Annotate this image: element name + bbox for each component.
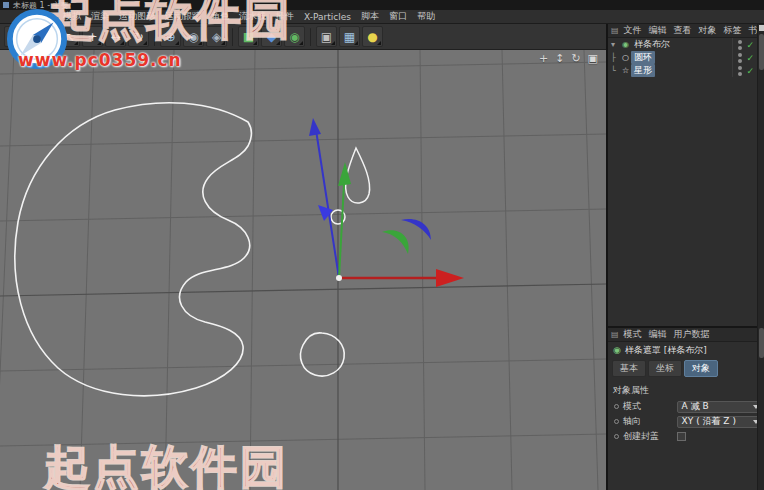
rotate-tool-icon[interactable]: ↻ [128,26,149,47]
tool-button[interactable] [310,28,311,46]
undo-icon[interactable]: ↶ [4,26,25,47]
animation-dot[interactable] [614,419,619,424]
property-row-mode: 模式 A 减 B [608,399,764,414]
section-object-properties[interactable]: 对象属性 [608,379,764,399]
menu-item[interactable]: 插件 [271,10,299,23]
create-caps-checkbox[interactable] [677,432,686,441]
object-type-icon: ☆ [620,66,631,75]
attribute-tab[interactable]: 基本 [612,360,646,377]
object-label[interactable]: 星形 [631,64,655,77]
object-type-icon: ○ [620,53,631,62]
object-label[interactable]: 样条布尔 [631,38,673,51]
light-icon[interactable]: ● [362,26,383,47]
menu-item[interactable]: 窗口 [384,10,412,23]
attribute-manager: ▤ 模式编辑用户数据 ◉ 样条遮罩 [样条布尔] 基本坐标对象 对象属性 模式 … [608,326,764,488]
tool-button[interactable] [154,28,155,46]
object-label[interactable]: 圆环 [631,51,655,64]
x-axis-arrow [436,269,464,287]
panel-grid-icon[interactable]: ▤ [611,26,619,35]
scroll-top-button[interactable] [759,25,764,31]
coordinate-system-icon[interactable]: ⊕ [160,26,181,47]
menu-item[interactable]: 查看 [671,24,695,37]
tree-expander[interactable]: ▾ [611,40,620,49]
menu-item[interactable]: 帮助 [412,10,440,23]
enable-check-icon[interactable]: ✓ [746,40,754,50]
render-settings-icon[interactable]: ◈ [206,26,227,47]
subdivision-surface-icon[interactable]: ◉ [284,26,305,47]
spline-blob[interactable] [15,103,252,396]
menu-item[interactable]: 标签 [721,24,745,37]
menu-bar: 模拟渲染运动图形运动跟踪角色流水线插件X-Particles脚本窗口帮助 [0,10,764,24]
axis-gizmo[interactable] [309,118,464,287]
camera-icon[interactable]: ▣ [316,26,337,47]
attribute-tab[interactable]: 坐标 [648,360,682,377]
scrollbar-thumb[interactable] [759,328,764,358]
panel-scrollbar[interactable] [757,24,764,490]
menu-item[interactable]: 用户数据 [671,328,713,341]
move-tool-icon[interactable]: + [82,26,103,47]
property-row-axis: 轴向 XY ( 沿着 Z ) [608,414,764,429]
menu-item[interactable]: 渲染 [86,10,114,23]
object-manager: ▤ 文件编辑查看对象标签书签 ▾ ◉ 样条布尔 [608,24,764,326]
tree-row-circle[interactable]: ├ ○ 圆环 ✓ [608,51,764,64]
window-title: 未标题 1 - 主要 [13,0,69,11]
scale-tool-icon[interactable]: ↔ [105,26,126,47]
axis-dropdown[interactable]: XY ( 沿着 Z ) [677,416,764,428]
menu-item[interactable]: 运动图形 [114,10,160,23]
animation-dot[interactable] [614,434,619,439]
menu-item[interactable]: 模拟 [58,10,86,23]
tree-expander[interactable]: └ [611,66,620,75]
editor-visibility-dot[interactable] [738,66,742,70]
menu-item[interactable]: 模式 [621,328,645,341]
redo-icon[interactable]: ↷ [27,26,48,47]
viewport-canvas[interactable] [0,50,606,490]
live-selection-icon[interactable]: ↖ [59,26,80,47]
render-visibility-dot[interactable] [738,72,742,76]
tree-row-spline-mask[interactable]: ▾ ◉ 样条布尔 ✓ [608,38,764,51]
object-type-icon: ◉ [620,40,631,49]
object-tree: ▾ ◉ 样条布尔 ✓ ├ [608,38,764,77]
menu-item[interactable]: 流水线 [234,10,271,23]
scrollbar-thumb[interactable] [759,34,764,70]
menu-item[interactable]: 文件 [621,24,645,37]
render-view-icon[interactable]: ◉ [183,26,204,47]
editor-visibility-dot[interactable] [738,40,742,44]
menu-item[interactable]: 编辑 [646,328,670,341]
tool-button[interactable] [53,28,54,46]
menu-item[interactable]: 脚本 [356,10,384,23]
enable-check-icon[interactable]: ✓ [746,66,754,76]
display-mode-icon[interactable]: ▦ [339,26,360,47]
viewport[interactable]: +↕↻▣ [0,50,606,490]
attribute-title: 样条遮罩 [样条布尔] [625,344,707,357]
render-visibility-dot[interactable] [738,59,742,63]
tree-row-star[interactable]: └ ☆ 星形 ✓ [608,64,764,77]
tool-button[interactable] [232,28,233,46]
green-segment [382,230,409,254]
menu-item[interactable]: 角色 [206,10,234,23]
viewport-controls: +↕↻▣ [539,53,598,64]
spline-teardrop[interactable] [346,148,370,203]
toggle-view-icon[interactable]: ▣ [588,53,598,64]
menu-item[interactable]: 编辑 [646,24,670,37]
pan-view-icon[interactable]: + [539,53,548,64]
spline-mask-icon: ◉ [613,345,621,355]
z-axis-line [316,130,339,278]
primitive-cube-icon[interactable]: ■ [238,26,259,47]
rotate-view-icon[interactable]: ↻ [571,53,580,64]
menu-item[interactable]: X-Particles [299,12,356,22]
grid-axis-lines [0,50,606,490]
panel-grid-icon[interactable]: ▤ [611,330,619,339]
attribute-tabs: 基本坐标对象 [608,358,764,379]
menu-item[interactable]: 对象 [696,24,720,37]
menu-item[interactable]: 运动跟踪 [160,10,206,23]
grid [0,50,606,490]
editor-visibility-dot[interactable] [738,53,742,57]
animation-dot[interactable] [614,404,619,409]
mode-dropdown[interactable]: A 减 B [677,401,764,413]
tree-expander[interactable]: ├ [611,53,620,62]
render-visibility-dot[interactable] [738,46,742,50]
zoom-view-icon[interactable]: ↕ [555,53,564,64]
spline-pen-icon[interactable]: ◆ [261,26,282,47]
enable-check-icon[interactable]: ✓ [746,53,754,63]
attribute-tab[interactable]: 对象 [684,360,718,377]
